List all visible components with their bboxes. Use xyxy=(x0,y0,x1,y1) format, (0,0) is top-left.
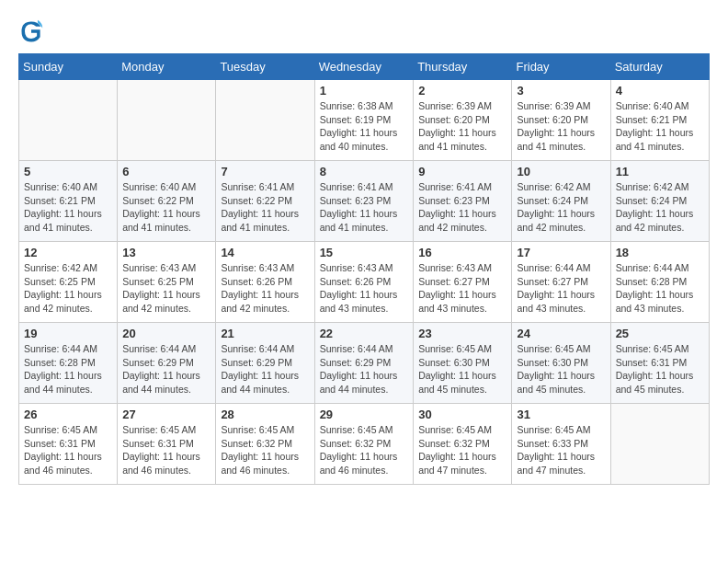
calendar-day-cell: 20Sunrise: 6:44 AM Sunset: 6:29 PM Dayli… xyxy=(118,323,216,404)
day-info: Sunrise: 6:38 AM Sunset: 6:19 PM Dayligh… xyxy=(320,99,409,154)
day-number: 16 xyxy=(418,246,506,259)
day-info: Sunrise: 6:45 AM Sunset: 6:32 PM Dayligh… xyxy=(320,423,409,477)
day-info: Sunrise: 6:40 AM Sunset: 6:22 PM Dayligh… xyxy=(122,180,210,235)
day-info: Sunrise: 6:45 AM Sunset: 6:31 PM Dayligh… xyxy=(24,423,112,477)
weekday-header: Tuesday xyxy=(216,54,314,80)
calendar-day-cell: 31Sunrise: 6:45 AM Sunset: 6:33 PM Dayli… xyxy=(512,404,610,485)
day-number: 31 xyxy=(517,408,605,421)
calendar-day-cell: 10Sunrise: 6:42 AM Sunset: 6:24 PM Dayli… xyxy=(512,161,610,242)
logo-icon xyxy=(18,18,44,44)
weekday-header: Saturday xyxy=(610,54,709,80)
day-info: Sunrise: 6:43 AM Sunset: 6:25 PM Dayligh… xyxy=(122,261,210,316)
day-info: Sunrise: 6:45 AM Sunset: 6:32 PM Dayligh… xyxy=(221,423,309,477)
calendar-day-cell: 14Sunrise: 6:43 AM Sunset: 6:26 PM Dayli… xyxy=(216,242,314,323)
calendar-day-cell: 2Sunrise: 6:39 AM Sunset: 6:20 PM Daylig… xyxy=(414,80,512,161)
day-info: Sunrise: 6:44 AM Sunset: 6:29 PM Dayligh… xyxy=(221,342,309,396)
page-header xyxy=(18,18,710,44)
day-number: 8 xyxy=(320,165,409,178)
day-info: Sunrise: 6:39 AM Sunset: 6:20 PM Dayligh… xyxy=(418,99,506,154)
calendar-week-row: 19Sunrise: 6:44 AM Sunset: 6:28 PM Dayli… xyxy=(19,323,710,404)
calendar-week-row: 1Sunrise: 6:38 AM Sunset: 6:19 PM Daylig… xyxy=(19,80,710,161)
calendar-day-cell xyxy=(216,80,314,161)
calendar-day-cell: 29Sunrise: 6:45 AM Sunset: 6:32 PM Dayli… xyxy=(314,404,414,485)
weekday-header: Sunday xyxy=(19,54,118,80)
header-row: SundayMondayTuesdayWednesdayThursdayFrid… xyxy=(19,54,710,80)
day-info: Sunrise: 6:44 AM Sunset: 6:27 PM Dayligh… xyxy=(517,261,605,316)
calendar-day-cell: 13Sunrise: 6:43 AM Sunset: 6:25 PM Dayli… xyxy=(118,242,216,323)
calendar-day-cell: 30Sunrise: 6:45 AM Sunset: 6:32 PM Dayli… xyxy=(414,404,512,485)
day-info: Sunrise: 6:45 AM Sunset: 6:30 PM Dayligh… xyxy=(517,342,605,396)
day-number: 17 xyxy=(517,246,605,259)
calendar-day-cell: 19Sunrise: 6:44 AM Sunset: 6:28 PM Dayli… xyxy=(19,323,118,404)
day-number: 22 xyxy=(320,327,409,340)
day-number: 7 xyxy=(221,165,309,178)
day-number: 23 xyxy=(418,327,506,340)
calendar-day-cell: 26Sunrise: 6:45 AM Sunset: 6:31 PM Dayli… xyxy=(19,404,118,485)
day-info: Sunrise: 6:39 AM Sunset: 6:20 PM Dayligh… xyxy=(517,99,605,154)
day-number: 20 xyxy=(122,327,210,340)
day-number: 10 xyxy=(517,165,605,178)
weekday-header: Wednesday xyxy=(314,54,414,80)
day-number: 21 xyxy=(221,327,309,340)
weekday-header: Thursday xyxy=(414,54,512,80)
day-info: Sunrise: 6:43 AM Sunset: 6:27 PM Dayligh… xyxy=(418,261,506,316)
calendar-day-cell: 18Sunrise: 6:44 AM Sunset: 6:28 PM Dayli… xyxy=(610,242,709,323)
day-number: 6 xyxy=(122,165,210,178)
calendar-day-cell: 28Sunrise: 6:45 AM Sunset: 6:32 PM Dayli… xyxy=(216,404,314,485)
logo xyxy=(18,18,48,44)
calendar-day-cell xyxy=(610,404,709,485)
day-number: 12 xyxy=(24,246,112,259)
calendar-day-cell: 25Sunrise: 6:45 AM Sunset: 6:31 PM Dayli… xyxy=(610,323,709,404)
calendar-day-cell: 6Sunrise: 6:40 AM Sunset: 6:22 PM Daylig… xyxy=(118,161,216,242)
calendar-day-cell: 5Sunrise: 6:40 AM Sunset: 6:21 PM Daylig… xyxy=(19,161,118,242)
day-info: Sunrise: 6:42 AM Sunset: 6:25 PM Dayligh… xyxy=(24,261,112,316)
weekday-header: Monday xyxy=(118,54,216,80)
day-number: 15 xyxy=(320,246,409,259)
day-number: 24 xyxy=(517,327,605,340)
day-number: 14 xyxy=(221,246,309,259)
day-number: 18 xyxy=(616,246,704,259)
calendar-day-cell: 17Sunrise: 6:44 AM Sunset: 6:27 PM Dayli… xyxy=(512,242,610,323)
day-info: Sunrise: 6:44 AM Sunset: 6:28 PM Dayligh… xyxy=(24,342,112,396)
day-info: Sunrise: 6:44 AM Sunset: 6:29 PM Dayligh… xyxy=(320,342,409,396)
calendar-week-row: 26Sunrise: 6:45 AM Sunset: 6:31 PM Dayli… xyxy=(19,404,710,485)
day-number: 29 xyxy=(320,408,409,421)
day-number: 25 xyxy=(616,327,704,340)
day-number: 9 xyxy=(418,165,506,178)
day-number: 27 xyxy=(122,408,210,421)
calendar-day-cell: 21Sunrise: 6:44 AM Sunset: 6:29 PM Dayli… xyxy=(216,323,314,404)
day-info: Sunrise: 6:45 AM Sunset: 6:31 PM Dayligh… xyxy=(616,342,704,396)
calendar-day-cell: 1Sunrise: 6:38 AM Sunset: 6:19 PM Daylig… xyxy=(314,80,414,161)
day-info: Sunrise: 6:44 AM Sunset: 6:29 PM Dayligh… xyxy=(122,342,210,396)
calendar-day-cell: 24Sunrise: 6:45 AM Sunset: 6:30 PM Dayli… xyxy=(512,323,610,404)
day-number: 4 xyxy=(616,84,704,98)
day-number: 3 xyxy=(517,84,605,98)
day-info: Sunrise: 6:44 AM Sunset: 6:28 PM Dayligh… xyxy=(616,261,704,316)
day-info: Sunrise: 6:41 AM Sunset: 6:23 PM Dayligh… xyxy=(320,180,409,235)
day-number: 2 xyxy=(418,84,506,98)
calendar-day-cell: 9Sunrise: 6:41 AM Sunset: 6:23 PM Daylig… xyxy=(414,161,512,242)
day-info: Sunrise: 6:45 AM Sunset: 6:32 PM Dayligh… xyxy=(418,423,506,477)
calendar-table: SundayMondayTuesdayWednesdayThursdayFrid… xyxy=(18,53,710,485)
calendar-day-cell xyxy=(118,80,216,161)
day-info: Sunrise: 6:45 AM Sunset: 6:33 PM Dayligh… xyxy=(517,423,605,477)
calendar-day-cell: 15Sunrise: 6:43 AM Sunset: 6:26 PM Dayli… xyxy=(314,242,414,323)
day-number: 26 xyxy=(24,408,112,421)
day-info: Sunrise: 6:40 AM Sunset: 6:21 PM Dayligh… xyxy=(24,180,112,235)
calendar-day-cell: 23Sunrise: 6:45 AM Sunset: 6:30 PM Dayli… xyxy=(414,323,512,404)
day-number: 1 xyxy=(320,84,409,98)
day-number: 30 xyxy=(418,408,506,421)
day-number: 5 xyxy=(24,165,112,178)
calendar-week-row: 5Sunrise: 6:40 AM Sunset: 6:21 PM Daylig… xyxy=(19,161,710,242)
day-info: Sunrise: 6:43 AM Sunset: 6:26 PM Dayligh… xyxy=(320,261,409,316)
calendar-day-cell: 11Sunrise: 6:42 AM Sunset: 6:24 PM Dayli… xyxy=(610,161,709,242)
calendar-day-cell: 4Sunrise: 6:40 AM Sunset: 6:21 PM Daylig… xyxy=(610,80,709,161)
calendar-day-cell xyxy=(19,80,118,161)
day-info: Sunrise: 6:41 AM Sunset: 6:23 PM Dayligh… xyxy=(418,180,506,235)
calendar-body: 1Sunrise: 6:38 AM Sunset: 6:19 PM Daylig… xyxy=(19,80,710,485)
day-info: Sunrise: 6:41 AM Sunset: 6:22 PM Dayligh… xyxy=(221,180,309,235)
day-info: Sunrise: 6:40 AM Sunset: 6:21 PM Dayligh… xyxy=(616,99,704,154)
calendar-day-cell: 16Sunrise: 6:43 AM Sunset: 6:27 PM Dayli… xyxy=(414,242,512,323)
calendar-header: SundayMondayTuesdayWednesdayThursdayFrid… xyxy=(19,54,710,80)
day-info: Sunrise: 6:45 AM Sunset: 6:31 PM Dayligh… xyxy=(122,423,210,477)
